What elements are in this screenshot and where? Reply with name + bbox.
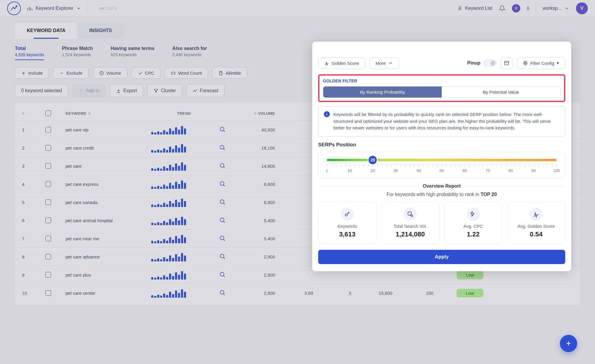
more-button[interactable]: More — [369, 57, 399, 69]
slider-tick-label: 30 — [393, 168, 398, 173]
slider-labels: 1102030405060708090100 — [327, 168, 557, 174]
slider-tick-label: 80 — [508, 168, 513, 173]
floating-add-button[interactable]: + — [560, 335, 577, 352]
card-value: 0.54 — [510, 230, 562, 238]
svg-point-16 — [525, 62, 526, 64]
golden-score-button[interactable]: Golden Score — [318, 57, 365, 69]
info-callout: i Keywords will be filtered by its proba… — [318, 106, 565, 136]
more-label: More — [376, 61, 386, 66]
layout-icon-button[interactable] — [501, 57, 513, 69]
card-icon — [404, 208, 417, 221]
golden-score-label: Golden Score — [332, 61, 359, 66]
card-label: Avg. CPC — [447, 224, 499, 229]
svg-point-19 — [411, 214, 413, 216]
serp-position-title: SERPs Position — [318, 142, 565, 148]
chevron-down-icon — [388, 61, 393, 65]
card-label: Keywords — [321, 224, 373, 229]
card-value: 1,214,080 — [385, 230, 436, 238]
slider-thumb[interactable]: 20 — [368, 155, 378, 165]
golden-filter-title: GOLDEN FILTER — [323, 79, 560, 83]
overview-sub-pre: For keywords with high probability to ra… — [387, 192, 481, 197]
overview-card: Total Search Vol.1,214,080 — [381, 202, 440, 244]
overview-sub-strong: TOP 20 — [481, 192, 497, 197]
slider-tick-label: 1 — [326, 168, 328, 173]
svg-point-17 — [345, 214, 347, 216]
slider-tick-label: 70 — [485, 168, 490, 173]
svg-rect-15 — [505, 61, 509, 65]
overview-divider: Overview Report — [318, 183, 565, 189]
info-text: Keywords will be filtered by its probabi… — [333, 111, 560, 131]
overview-subtitle: For keywords with high probability to ra… — [318, 192, 565, 197]
slider-tick-label: 50 — [440, 168, 444, 173]
slider-tick-label: 20 — [371, 168, 375, 173]
filter-config-button[interactable]: Filter Config▾ — [517, 57, 565, 69]
card-label: Avg. Golden Score — [510, 224, 562, 229]
toggle-switch[interactable] — [483, 60, 496, 66]
filter-config-label: Filter Config — [530, 61, 554, 66]
gear-icon — [523, 61, 528, 65]
card-label: Total Search Vol. — [385, 224, 436, 229]
info-icon: i — [324, 111, 330, 117]
pinup-toggle[interactable]: Pinup — [467, 60, 496, 66]
pinup-label: Pinup — [467, 60, 480, 66]
overview-card: Avg. CPC1.22 — [444, 202, 502, 244]
card-value: 3,613 — [321, 230, 373, 238]
golden-filter-segment: By Ranking Probability By Potential Valu… — [323, 86, 560, 98]
overview-card: Avg. Golden Score0.54 — [507, 202, 566, 244]
slider-tick-label: 40 — [417, 168, 421, 173]
slider-tick-label: 90 — [532, 168, 536, 173]
overview-title: Overview Report — [423, 183, 460, 189]
golden-filter-panel: Golden Score More Pinup Filter Config▾ G… — [312, 42, 571, 271]
card-icon — [467, 208, 480, 221]
serp-slider-card: 20 1102030405060708090100 — [318, 152, 565, 178]
slider-tick-label: 10 — [348, 168, 352, 173]
seg-potential-value[interactable]: By Potential Value — [442, 87, 560, 98]
slider-tick-label: 100 — [553, 168, 560, 173]
slider-tick-label: 60 — [463, 168, 467, 173]
seg-ranking-probability[interactable]: By Ranking Probability — [323, 87, 442, 98]
golden-filter-highlight: GOLDEN FILTER By Ranking Probability By … — [318, 74, 565, 102]
apply-button[interactable]: Apply — [318, 250, 565, 264]
overview-cards: Keywords3,613Total Search Vol.1,214,080A… — [318, 202, 565, 244]
overview-card: Keywords3,613 — [318, 202, 377, 244]
serp-slider[interactable]: 20 — [327, 159, 557, 161]
card-icon — [341, 208, 354, 221]
card-icon — [530, 208, 543, 221]
card-value: 1.22 — [447, 230, 499, 238]
